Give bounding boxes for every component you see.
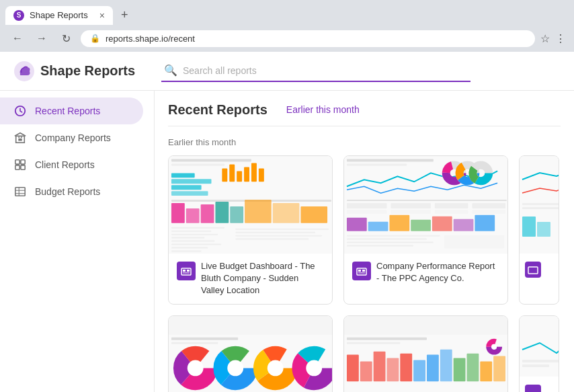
sidebar-item-client[interactable]: Client Reports (0, 151, 143, 178)
lock-icon: 🔒 (90, 34, 100, 43)
logo-text: Shape Reports (40, 63, 135, 79)
card-footer-1: Live Budget Dashboard - The Bluth Compan… (169, 253, 332, 304)
svg-rect-79 (454, 219, 474, 231)
svg-point-103 (188, 360, 204, 376)
svg-rect-50 (183, 270, 186, 272)
svg-rect-10 (21, 165, 25, 169)
svg-rect-36 (300, 206, 327, 223)
card-footer-3 (520, 253, 559, 284)
svg-rect-3 (18, 139, 20, 141)
svg-rect-45 (235, 229, 329, 230)
svg-rect-130 (480, 361, 492, 381)
svg-rect-66 (347, 203, 387, 208)
card-footer-2: Company Performance Report - The PPC Age… (344, 253, 507, 291)
svg-rect-55 (347, 164, 407, 166)
forward-button[interactable]: → (32, 29, 51, 48)
svg-rect-22 (222, 168, 227, 182)
svg-rect-82 (347, 239, 427, 240)
svg-rect-87 (358, 270, 361, 272)
report-card-5[interactable]: Bar Chart Report (343, 315, 508, 392)
svg-rect-31 (201, 204, 214, 223)
svg-rect-73 (472, 210, 505, 214)
svg-rect-128 (454, 358, 466, 381)
svg-rect-94 (537, 222, 550, 237)
report-card-3-partial (519, 155, 559, 305)
refresh-button[interactable]: ↻ (56, 29, 75, 48)
menu-button[interactable]: ⋮ (555, 32, 566, 45)
svg-rect-39 (171, 234, 218, 235)
svg-rect-140 (522, 360, 559, 362)
svg-rect-122 (374, 351, 386, 381)
svg-rect-34 (245, 200, 272, 223)
svg-rect-75 (368, 222, 388, 231)
svg-rect-65 (347, 200, 507, 201)
tab-close-button[interactable]: × (99, 11, 105, 20)
svg-rect-72 (435, 210, 468, 214)
svg-rect-70 (347, 210, 387, 214)
svg-rect-35 (273, 203, 300, 223)
tab-favicon: S (13, 10, 24, 21)
new-tab-button[interactable]: + (116, 5, 134, 25)
svg-rect-8 (21, 160, 25, 164)
svg-rect-23 (229, 164, 235, 182)
sidebar-label-recent: Recent Reports (35, 106, 100, 116)
card-thumbnail-5 (344, 316, 507, 392)
logo-icon (13, 61, 35, 82)
svg-rect-44 (171, 250, 202, 251)
table-icon (13, 185, 27, 198)
card-thumbnail-3 (520, 156, 559, 253)
clock-icon (13, 104, 27, 118)
back-button[interactable]: ← (8, 29, 27, 48)
browser-tab[interactable]: S Shape Reports × (5, 6, 113, 25)
card-thumbnail-1 (169, 156, 332, 253)
svg-rect-18 (171, 173, 195, 178)
svg-rect-5 (18, 136, 19, 138)
svg-rect-139 (520, 316, 559, 377)
svg-rect-46 (235, 232, 315, 233)
svg-rect-126 (427, 354, 439, 381)
svg-rect-119 (347, 342, 400, 344)
card-name-2: Company Performance Report - The PPC Age… (376, 260, 499, 284)
svg-rect-41 (171, 241, 214, 242)
sidebar-label-budget: Budget Reports (35, 186, 100, 197)
svg-rect-26 (251, 163, 257, 182)
sidebar-item-company[interactable]: Company Reports (0, 124, 143, 151)
bookmark-button[interactable]: ☆ (540, 32, 550, 45)
report-card-2[interactable]: Company Performance Report - The PPC Age… (343, 155, 508, 305)
svg-rect-11 (15, 188, 25, 196)
report-card-4[interactable]: Report with Charts (168, 315, 333, 392)
card-thumbnail-6 (520, 316, 559, 377)
search-input[interactable] (183, 65, 468, 76)
search-bar: 🔍 (161, 60, 470, 82)
svg-point-134 (491, 344, 497, 349)
sidebar-label-client: Client Reports (35, 159, 95, 170)
url-field[interactable]: 🔒 reports.shape.io/recent (81, 30, 535, 47)
main-header: Recent Reports Earlier this month (168, 102, 561, 126)
svg-rect-27 (259, 168, 264, 182)
grid-icon (13, 158, 27, 171)
card-icon-6 (525, 385, 541, 392)
card-name-1: Live Budget Dashboard - The Bluth Compan… (201, 260, 324, 297)
svg-rect-71 (391, 210, 431, 214)
svg-rect-121 (360, 361, 372, 381)
svg-point-115 (306, 360, 322, 376)
filter-earlier-month[interactable]: Earlier this month (278, 102, 368, 118)
app-header: Shape Reports 🔍 (0, 52, 574, 91)
svg-rect-88 (362, 270, 365, 272)
svg-rect-16 (171, 159, 251, 162)
svg-rect-141 (522, 364, 549, 367)
svg-rect-92 (522, 207, 559, 209)
sidebar-item-recent[interactable]: Recent Reports (0, 97, 143, 124)
logo-area: Shape Reports (13, 61, 148, 82)
report-card-1[interactable]: Live Budget Dashboard - The Bluth Compan… (168, 155, 333, 305)
card-footer-6 (520, 377, 559, 392)
svg-rect-7 (15, 160, 19, 164)
address-bar: ← → ↻ 🔒 reports.shape.io/recent ☆ ⋮ (0, 25, 574, 52)
svg-rect-125 (413, 360, 425, 381)
svg-rect-24 (237, 171, 242, 182)
svg-rect-97 (171, 337, 238, 340)
tab-title: Shape Reports (30, 10, 94, 20)
sidebar-item-budget[interactable]: Budget Reports (0, 178, 143, 205)
svg-rect-95 (528, 267, 538, 274)
svg-rect-129 (466, 353, 479, 381)
